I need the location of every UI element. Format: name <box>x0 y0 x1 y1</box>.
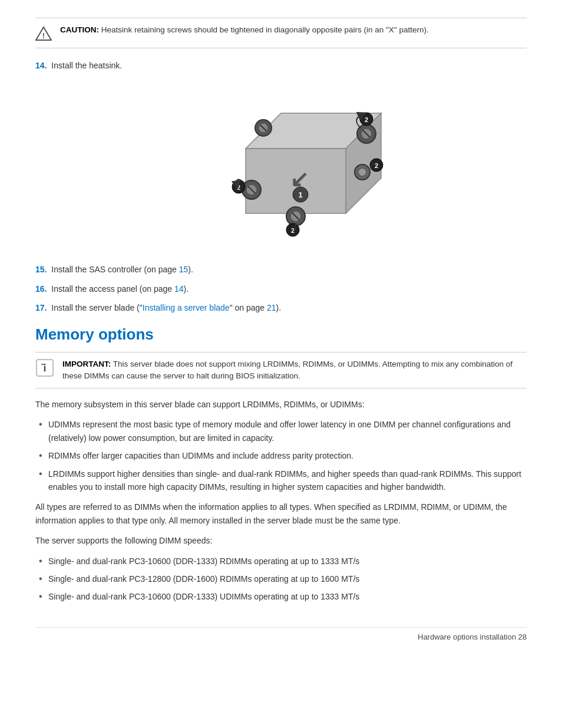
list-item: Single- and dual-rank PC3-10600 (DDR-133… <box>35 555 527 568</box>
important-body: This server blade does not support mixin… <box>62 360 513 380</box>
caution-box: ! CAUTION: Heatsink retaining screws sho… <box>35 18 527 48</box>
step-14-num: 14. <box>35 61 47 70</box>
step-17-text: Install the server blade ("Installing a … <box>51 303 281 312</box>
step-14-text: Install the heatsink. <box>51 61 122 70</box>
caution-label: CAUTION: <box>60 25 99 34</box>
list-item: Single- and dual-rank PC3-12800 (DDR-160… <box>35 572 527 585</box>
step-16-num: 16. <box>35 284 47 294</box>
svg-text:1: 1 <box>298 190 302 199</box>
speed-list: Single- and dual-rank PC3-10600 (DDR-133… <box>35 555 527 604</box>
page-footer: Hardware options installation 28 <box>35 627 527 641</box>
svg-text:2: 2 <box>291 227 295 234</box>
heatsink-diagram: ↙ 1 2 2 2 <box>35 84 527 249</box>
para-dimm-types: All types are referred to as DIMMs when … <box>35 500 527 527</box>
list-item: RDIMMs offer larger capacities than UDIM… <box>35 449 527 462</box>
caution-text: CAUTION: Heatsink retaining screws shoul… <box>60 24 429 36</box>
step-16-link[interactable]: 14 <box>174 284 184 294</box>
important-label: IMPORTANT: <box>62 360 111 368</box>
list-item: LRDIMMs support higher densities than si… <box>35 467 527 494</box>
svg-point-27 <box>358 168 366 176</box>
list-item: UDIMMs represent the most basic type of … <box>35 418 527 444</box>
step-15-text: Install the SAS controller (on page 15). <box>51 265 193 274</box>
important-icon: i <box>35 358 54 377</box>
svg-text:i: i <box>43 362 46 374</box>
caution-triangle-icon: ! <box>35 25 52 42</box>
footer-page-number: Hardware options installation 28 <box>418 633 527 641</box>
step-17-page-link[interactable]: 21 <box>267 303 276 312</box>
step-17: 17. Install the server blade ("Installin… <box>35 301 527 314</box>
svg-text:!: ! <box>42 31 45 40</box>
step-16: 16. Install the access panel (on page 14… <box>35 282 527 295</box>
para-dimm-speeds: The server supports the following DIMM s… <box>35 534 527 547</box>
important-text: IMPORTANT: This server blade does not su… <box>62 358 527 383</box>
intro-paragraph: The memory subsystem in this server blad… <box>35 398 527 411</box>
caution-body: Heatsink retaining screws should be tigh… <box>101 25 429 34</box>
svg-text:2: 2 <box>365 116 368 123</box>
step-17-link[interactable]: Installing a server blade <box>143 303 230 312</box>
list-item: Single- and dual-rank PC3-10600 (DDR-133… <box>35 590 527 603</box>
step-14: 14. Install the heatsink. <box>35 59 527 72</box>
section-heading: Memory options <box>35 325 527 344</box>
important-box: i IMPORTANT: This server blade does not … <box>35 352 527 389</box>
footer-left <box>35 633 418 641</box>
step-16-text: Install the access panel (on page 14). <box>51 284 189 294</box>
step-17-num: 17. <box>35 303 47 312</box>
heatsink-illustration: ↙ 1 2 2 2 <box>169 84 393 249</box>
step-15: 15. Install the SAS controller (on page … <box>35 263 527 276</box>
step-15-num: 15. <box>35 265 47 274</box>
step-15-link[interactable]: 15 <box>179 265 189 274</box>
memory-type-list: UDIMMs represent the most basic type of … <box>35 418 527 493</box>
